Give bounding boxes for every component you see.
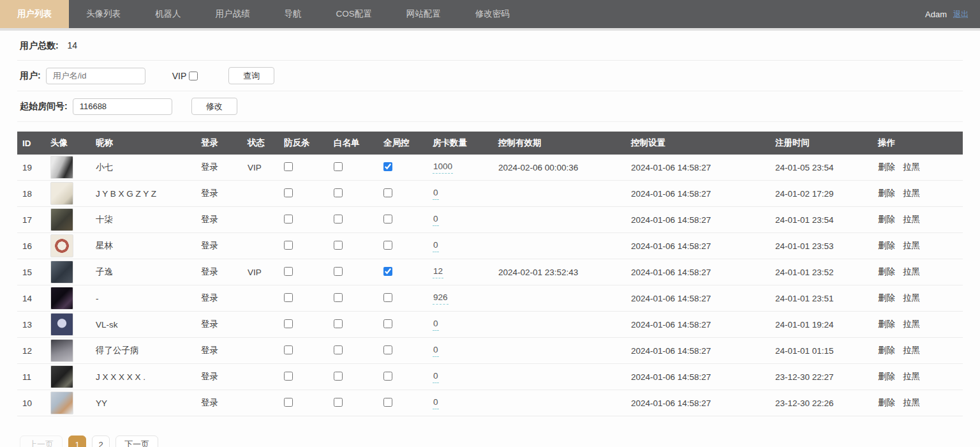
whitelist-checkbox[interactable] bbox=[334, 188, 343, 197]
global-control-checkbox[interactable] bbox=[383, 241, 392, 250]
room-cards-editable[interactable]: 0 bbox=[433, 188, 439, 200]
global-control-checkbox[interactable] bbox=[383, 372, 392, 381]
cell-id: 10 bbox=[17, 390, 45, 416]
blacklist-link[interactable]: 拉黑 bbox=[903, 345, 920, 355]
room-cards-editable[interactable]: 0 bbox=[433, 240, 439, 252]
global-control-checkbox[interactable] bbox=[383, 267, 392, 276]
whitelist-checkbox[interactable] bbox=[334, 372, 343, 381]
nav-tab-7[interactable]: 修改密码 bbox=[458, 0, 527, 28]
user-search-input[interactable] bbox=[46, 68, 145, 84]
login-link[interactable]: 登录 bbox=[201, 398, 218, 407]
blacklist-link[interactable]: 拉黑 bbox=[903, 162, 920, 172]
whitelist-checkbox[interactable] bbox=[334, 267, 343, 276]
prev-page-button[interactable]: 上一页 bbox=[20, 436, 63, 447]
room-cards-editable[interactable]: 0 bbox=[433, 371, 439, 383]
whitelist-checkbox[interactable] bbox=[334, 241, 343, 250]
blacklist-link[interactable]: 拉黑 bbox=[903, 215, 920, 224]
room-cards-editable[interactable]: 0 bbox=[433, 214, 439, 226]
nav-tab-3[interactable]: 用户战绩 bbox=[198, 0, 267, 28]
login-link[interactable]: 登录 bbox=[201, 162, 218, 172]
anti-kill-checkbox[interactable] bbox=[284, 162, 293, 171]
blacklist-link[interactable]: 拉黑 bbox=[903, 267, 920, 277]
delete-link[interactable]: 删除 bbox=[878, 319, 895, 329]
anti-kill-checkbox[interactable] bbox=[284, 215, 293, 224]
blacklist-link[interactable]: 拉黑 bbox=[903, 319, 920, 329]
whitelist-checkbox[interactable] bbox=[334, 293, 343, 302]
delete-link[interactable]: 删除 bbox=[878, 188, 895, 198]
nav-tab-1[interactable]: 头像列表 bbox=[69, 0, 138, 28]
modify-button[interactable]: 修改 bbox=[191, 98, 237, 115]
anti-kill-checkbox[interactable] bbox=[284, 398, 293, 407]
blacklist-link[interactable]: 拉黑 bbox=[903, 293, 920, 303]
delete-link[interactable]: 删除 bbox=[878, 162, 895, 172]
anti-kill-checkbox[interactable] bbox=[284, 345, 293, 354]
cell-anti-kill bbox=[279, 233, 329, 259]
cell-global-control bbox=[378, 155, 427, 181]
page-button-1[interactable]: 1 bbox=[68, 436, 86, 447]
next-page-button[interactable]: 下一页 bbox=[115, 436, 158, 447]
room-cards-editable[interactable]: 0 bbox=[433, 319, 439, 331]
nav-tab-4[interactable]: 导航 bbox=[267, 0, 319, 28]
nav-tab-5[interactable]: COS配置 bbox=[319, 0, 389, 28]
blacklist-link[interactable]: 拉黑 bbox=[903, 241, 920, 250]
cell-global-control bbox=[378, 364, 427, 390]
global-control-checkbox[interactable] bbox=[383, 398, 392, 407]
current-user: Adam bbox=[925, 10, 947, 19]
global-control-checkbox[interactable] bbox=[383, 162, 392, 171]
nav-tab-2[interactable]: 机器人 bbox=[138, 0, 198, 28]
anti-kill-checkbox[interactable] bbox=[284, 372, 293, 381]
room-cards-editable[interactable]: 926 bbox=[433, 292, 449, 305]
delete-link[interactable]: 删除 bbox=[878, 293, 895, 303]
cell-login: 登录 bbox=[196, 259, 242, 285]
delete-link[interactable]: 删除 bbox=[878, 215, 895, 224]
global-control-checkbox[interactable] bbox=[383, 345, 392, 354]
query-button[interactable]: 查询 bbox=[228, 67, 274, 84]
delete-link[interactable]: 删除 bbox=[878, 372, 895, 381]
anti-kill-checkbox[interactable] bbox=[284, 267, 293, 276]
whitelist-checkbox[interactable] bbox=[334, 215, 343, 224]
login-link[interactable]: 登录 bbox=[201, 241, 218, 250]
room-cards-editable[interactable]: 0 bbox=[433, 345, 439, 357]
cell-operations: 删除拉黑 bbox=[873, 155, 963, 181]
global-control-checkbox[interactable] bbox=[383, 319, 392, 328]
page-button-2[interactable]: 2 bbox=[92, 436, 110, 447]
whitelist-checkbox[interactable] bbox=[334, 162, 343, 171]
blacklist-link[interactable]: 拉黑 bbox=[903, 398, 920, 407]
anti-kill-checkbox[interactable] bbox=[284, 241, 293, 250]
room-cards-editable[interactable]: 1000 bbox=[433, 162, 453, 174]
room-cards-editable[interactable]: 12 bbox=[433, 266, 443, 278]
nav-tab-0[interactable]: 用户列表 bbox=[0, 0, 69, 28]
logout-link[interactable]: 退出 bbox=[953, 9, 969, 20]
whitelist-checkbox[interactable] bbox=[334, 319, 343, 328]
delete-link[interactable]: 删除 bbox=[878, 398, 895, 407]
cell-whitelist bbox=[329, 390, 378, 416]
login-link[interactable]: 登录 bbox=[201, 372, 218, 381]
blacklist-link[interactable]: 拉黑 bbox=[903, 372, 920, 381]
login-link[interactable]: 登录 bbox=[201, 267, 218, 277]
whitelist-checkbox[interactable] bbox=[334, 398, 343, 407]
nav-tab-6[interactable]: 网站配置 bbox=[389, 0, 458, 28]
anti-kill-checkbox[interactable] bbox=[284, 188, 293, 197]
login-link[interactable]: 登录 bbox=[201, 293, 218, 303]
vip-filter-checkbox[interactable] bbox=[189, 72, 198, 80]
delete-link[interactable]: 删除 bbox=[878, 241, 895, 250]
table-header-row: ID头像昵称登录状态防反杀白名单全局控房卡数量控制有效期控制设置注册时间操作 bbox=[17, 132, 963, 155]
blacklist-link[interactable]: 拉黑 bbox=[903, 188, 920, 198]
delete-link[interactable]: 删除 bbox=[878, 267, 895, 277]
column-header: 昵称 bbox=[91, 132, 196, 155]
column-header: 防反杀 bbox=[279, 132, 329, 155]
login-link[interactable]: 登录 bbox=[201, 345, 218, 355]
global-control-checkbox[interactable] bbox=[383, 188, 392, 197]
whitelist-checkbox[interactable] bbox=[334, 345, 343, 354]
login-link[interactable]: 登录 bbox=[201, 188, 218, 198]
global-control-checkbox[interactable] bbox=[383, 293, 392, 302]
anti-kill-checkbox[interactable] bbox=[284, 319, 293, 328]
cell-avatar bbox=[45, 338, 91, 364]
login-link[interactable]: 登录 bbox=[201, 319, 218, 329]
anti-kill-checkbox[interactable] bbox=[284, 293, 293, 302]
room-cards-editable[interactable]: 0 bbox=[433, 397, 439, 409]
room-number-input[interactable] bbox=[73, 98, 172, 115]
login-link[interactable]: 登录 bbox=[201, 215, 218, 224]
global-control-checkbox[interactable] bbox=[383, 215, 392, 224]
delete-link[interactable]: 删除 bbox=[878, 345, 895, 355]
